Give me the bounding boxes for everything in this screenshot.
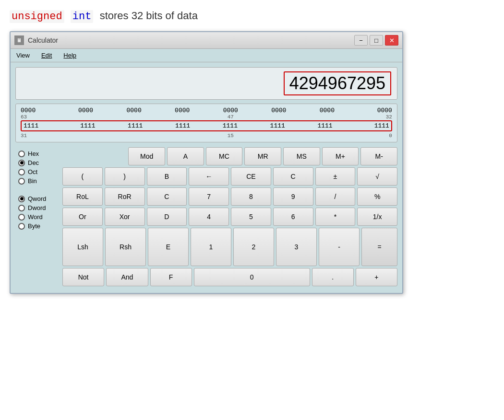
- radio-dec[interactable]: Dec: [18, 159, 56, 166]
- bit-group-2: 0000: [117, 107, 151, 120]
- btn-lparen[interactable]: (: [62, 167, 103, 186]
- bit-bot-4: 15: [214, 132, 247, 139]
- bit-pos-top-4: 47: [228, 114, 234, 120]
- btn-6[interactable]: 6: [273, 208, 313, 226]
- radio-bin[interactable]: Bin: [18, 177, 56, 185]
- radio-word[interactable]: Word: [18, 213, 56, 221]
- restore-button[interactable]: □: [370, 35, 383, 46]
- btn-percent[interactable]: %: [357, 187, 397, 206]
- bit-mid-3: 1111: [166, 122, 200, 129]
- bit-mid-2: 1111: [119, 122, 152, 129]
- btn-ce[interactable]: CE: [231, 167, 271, 186]
- btn-xor[interactable]: Xor: [105, 208, 145, 226]
- menu-bar: View Edit Help: [11, 49, 402, 62]
- bit-top-7: 0000: [377, 107, 392, 114]
- btn-7[interactable]: 7: [189, 187, 229, 206]
- bit-group-0: 0000 63: [21, 107, 54, 120]
- radio-qword-label: Qword: [28, 195, 46, 202]
- display-value: 4294967295: [284, 71, 391, 95]
- type-int: int: [71, 10, 94, 23]
- radio-bin-label: Bin: [28, 177, 37, 185]
- bit-mid-1: 1111: [71, 122, 105, 129]
- btn-f[interactable]: F: [150, 268, 192, 286]
- btn-1[interactable]: 1: [191, 228, 231, 266]
- bit-top-1: 0000: [78, 107, 93, 114]
- btn-ms[interactable]: MS: [283, 147, 320, 165]
- btn-0[interactable]: 0: [194, 268, 310, 286]
- equals-wrapper: =: [361, 228, 397, 266]
- btn-4[interactable]: 4: [189, 208, 229, 226]
- btn-rol[interactable]: RoL: [62, 187, 103, 206]
- btn-reciprocal[interactable]: 1/x: [357, 208, 397, 226]
- bit-bot-labels: 31 15 0: [21, 132, 392, 139]
- header-text: unsigned int stores 32 bits of data: [10, 10, 494, 23]
- radio-dword[interactable]: Dword: [18, 204, 56, 211]
- btn-lsh[interactable]: Lsh: [62, 228, 103, 266]
- radio-byte[interactable]: Byte: [18, 222, 56, 230]
- radio-dec-circle: [18, 160, 25, 166]
- btn-and[interactable]: And: [106, 268, 148, 286]
- btn-mplus[interactable]: M+: [322, 147, 359, 165]
- radio-hex[interactable]: Hex: [18, 150, 56, 157]
- bit-pos-top-7: 32: [386, 114, 392, 120]
- radio-oct[interactable]: Oct: [18, 168, 56, 175]
- radio-dec-label: Dec: [28, 159, 39, 166]
- button-area: Hex Dec Oct Bin: [15, 147, 397, 288]
- calc-body: 4294967295 0000 63 0000 0000 0000: [11, 62, 402, 293]
- bit-mid-0: 1111: [24, 122, 57, 129]
- btn-mc[interactable]: MC: [206, 147, 243, 165]
- btn-e[interactable]: E: [148, 228, 189, 266]
- menu-edit[interactable]: Edit: [39, 51, 54, 60]
- btn-b[interactable]: B: [147, 167, 187, 186]
- radio-hex-circle: [18, 151, 25, 157]
- btn-row-2: ( ) B ← CE C ± √: [62, 167, 397, 186]
- btn-mr[interactable]: MR: [244, 147, 281, 165]
- btn-c-hex[interactable]: C: [147, 187, 187, 206]
- btn-subtract[interactable]: -: [319, 228, 360, 266]
- bit-pos-bot-7: 0: [389, 133, 392, 139]
- radio-word-circle: [18, 214, 25, 221]
- btn-row-4: Or Xor D 4 5 6 * 1/x: [62, 208, 397, 226]
- btn-mod[interactable]: Mod: [128, 147, 165, 165]
- radio-word-label: Word: [28, 213, 43, 221]
- btn-add[interactable]: +: [356, 268, 397, 286]
- btn-dot[interactable]: .: [312, 268, 354, 286]
- close-button[interactable]: ✕: [385, 35, 398, 46]
- menu-help[interactable]: Help: [61, 51, 78, 60]
- btn-ror[interactable]: RoR: [105, 187, 145, 206]
- btn-backspace[interactable]: ←: [189, 167, 229, 186]
- btn-divide[interactable]: /: [315, 187, 356, 206]
- radio-qword[interactable]: Qword: [18, 195, 56, 202]
- bit-group-1: 0000: [69, 107, 103, 120]
- menu-view[interactable]: View: [14, 51, 32, 60]
- btn-plusminus[interactable]: ±: [315, 167, 356, 186]
- btn-3[interactable]: 3: [276, 228, 317, 266]
- btn-spacer-1: [62, 147, 126, 165]
- bit-bot-0: 31: [21, 132, 54, 139]
- btn-not[interactable]: Not: [62, 268, 104, 286]
- btn-a[interactable]: A: [167, 147, 204, 165]
- btn-8[interactable]: 8: [231, 187, 271, 206]
- btn-2[interactable]: 2: [233, 228, 274, 266]
- btn-sqrt[interactable]: √: [357, 167, 397, 186]
- btn-d[interactable]: D: [147, 208, 187, 226]
- btn-equals[interactable]: =: [361, 228, 397, 266]
- btn-9[interactable]: 9: [273, 187, 313, 206]
- btn-multiply[interactable]: *: [315, 208, 356, 226]
- btn-c[interactable]: C: [273, 167, 313, 186]
- btn-or[interactable]: Or: [62, 208, 103, 226]
- btn-rsh[interactable]: Rsh: [105, 228, 146, 266]
- btn-mminus[interactable]: M-: [360, 147, 397, 165]
- title-bar-left: 🖩 Calculator: [14, 35, 58, 45]
- bit-mid-row: 1111 1111 1111 1111 1111 1111 1111 1111: [21, 120, 392, 131]
- right-panel: Mod A MC MR MS M+ M- ( ) B ← CE C ±: [62, 147, 397, 288]
- bit-group-3: 0000: [166, 107, 199, 120]
- btn-rparen[interactable]: ): [105, 167, 145, 186]
- minimize-button[interactable]: −: [354, 35, 368, 46]
- bit-bot-7: 0: [359, 132, 392, 139]
- bit-mid-4: 1111: [213, 122, 247, 129]
- radio-bin-circle: [18, 178, 25, 185]
- calculator-icon: 🖩: [14, 35, 24, 45]
- bit-bot-5: [262, 132, 296, 139]
- btn-5[interactable]: 5: [231, 208, 271, 226]
